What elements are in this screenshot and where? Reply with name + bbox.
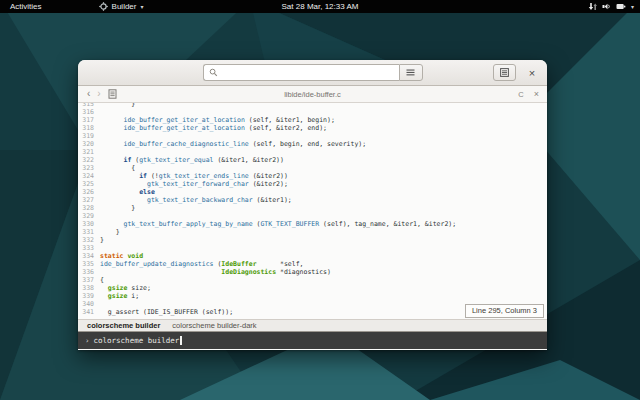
code-token: [100, 196, 147, 204]
search-menu-button[interactable]: [399, 64, 423, 81]
system-status-area[interactable]: ▾: [588, 0, 634, 13]
completion-item[interactable]: colorscheme builder: [81, 321, 166, 330]
line-number: 335: [78, 260, 94, 268]
header-bar: ×: [78, 60, 547, 86]
line-number: 325: [78, 180, 94, 188]
code-token: [100, 172, 139, 180]
hamburger-icon: [406, 69, 415, 76]
code-line[interactable]: 332}: [78, 236, 547, 244]
line-number: 322: [78, 156, 94, 164]
code-line[interactable]: 316: [78, 108, 547, 116]
line-number: 329: [78, 212, 94, 220]
code-area[interactable]: 315 }316317 ide_buffer_get_iter_at_locat…: [78, 103, 547, 316]
builder-app-icon: [99, 2, 108, 11]
line-number: 340: [78, 300, 94, 308]
line-number: 341: [78, 308, 94, 316]
code-line[interactable]: 330 gtk_text_buffer_apply_tag_by_name (G…: [78, 220, 547, 228]
line-number: 320: [78, 140, 94, 148]
forward-button[interactable]: ›: [97, 89, 100, 99]
code-token: IdeDiagnostics: [221, 268, 276, 276]
language-indicator[interactable]: C: [518, 90, 523, 99]
code-line[interactable]: 337{: [78, 276, 547, 284]
document-title: libide/ide-buffer.c: [78, 90, 547, 99]
code-line[interactable]: 338 gsize size;: [78, 284, 547, 292]
code-token: [100, 124, 123, 132]
code-line[interactable]: 325 gtk_text_iter_forward_char (&iter2);: [78, 180, 547, 188]
code-token: (!: [147, 172, 159, 180]
code-line[interactable]: 326 else: [78, 188, 547, 196]
open-pages-icon: [500, 68, 509, 77]
code-token: gtk_text_iter_equal: [139, 156, 213, 164]
code-token: size;: [127, 284, 150, 292]
code-line[interactable]: 318 ide_buffer_get_iter_at_location (sel…: [78, 124, 547, 132]
code-line[interactable]: 324 if (!gtk_text_iter_ends_line (&iter2…: [78, 172, 547, 180]
code-line[interactable]: 319: [78, 132, 547, 140]
line-number: 332: [78, 236, 94, 244]
code-line[interactable]: 329: [78, 212, 547, 220]
code-line[interactable]: 336 IdeDiagnostics *diagnostics): [78, 268, 547, 276]
code-token: *diagnostics): [276, 268, 331, 276]
code-token: ide_buffer_update_diagnostics: [100, 260, 214, 268]
code-token: (&iter1);: [253, 196, 292, 204]
code-token: }: [100, 236, 104, 244]
command-input-value: colorscheme builder: [94, 336, 180, 345]
code-token: }: [100, 103, 135, 108]
command-prompt: ›: [85, 336, 90, 345]
builder-window: × ‹ › libide/ide-buffer.c C ×: [78, 60, 547, 350]
code-token: IdeBuffer: [221, 260, 256, 268]
line-number: 316: [78, 108, 94, 116]
code-line[interactable]: 328 }: [78, 204, 547, 212]
line-number: 338: [78, 284, 94, 292]
line-number: 336: [78, 268, 94, 276]
code-line[interactable]: 321: [78, 148, 547, 156]
code-token: gsize: [108, 292, 128, 300]
chevron-down-icon: ▾: [631, 3, 634, 10]
line-number: 331: [78, 228, 94, 236]
code-token: [100, 188, 139, 196]
code-token: [100, 140, 123, 148]
code-line[interactable]: 339 gsize i;: [78, 292, 547, 300]
code-line[interactable]: 320 ide_buffer_cache_diagnostic_line (se…: [78, 140, 547, 148]
code-token: }: [100, 204, 135, 212]
code-line[interactable]: 333: [78, 244, 547, 252]
open-pages-button[interactable]: [493, 64, 516, 81]
code-line[interactable]: 323 {: [78, 164, 547, 172]
volume-icon: [602, 2, 611, 11]
code-line[interactable]: 322 if (gtk_text_iter_equal (&iter1, &it…: [78, 156, 547, 164]
completion-item[interactable]: colorscheme builder-dark: [166, 321, 262, 330]
code-line[interactable]: 334static void: [78, 252, 547, 260]
activities-button[interactable]: Activities: [7, 2, 45, 11]
command-completion-bar: colorscheme buildercolorscheme builder-d…: [78, 319, 547, 332]
back-button[interactable]: ‹: [87, 89, 90, 99]
line-number: 334: [78, 252, 94, 260]
line-number: 333: [78, 244, 94, 252]
code-token: [100, 156, 123, 164]
document-close-button[interactable]: ×: [534, 90, 539, 99]
line-number: 321: [78, 148, 94, 156]
document-list-icon[interactable]: [108, 89, 117, 99]
code-line[interactable]: 335ide_buffer_update_diagnostics (IdeBuf…: [78, 260, 547, 268]
code-line[interactable]: 327 gtk_text_iter_backward_char (&iter1)…: [78, 196, 547, 204]
text-cursor: [180, 336, 182, 345]
code-token: {: [100, 276, 104, 284]
app-menu-button[interactable]: Builder ▾: [99, 2, 144, 11]
code-token: (: [131, 156, 139, 164]
code-line[interactable]: 331 }: [78, 228, 547, 236]
code-token: gtk_text_iter_ends_line: [159, 172, 249, 180]
line-number: 339: [78, 292, 94, 300]
code-token: gtk_text_iter_backward_char: [147, 196, 253, 204]
code-token: {: [100, 164, 135, 172]
line-number: 337: [78, 276, 94, 284]
line-number: 330: [78, 220, 94, 228]
line-number: 327: [78, 196, 94, 204]
line-number: 323: [78, 164, 94, 172]
cursor-position-label: Line 295, Column 3: [465, 304, 544, 318]
source-editor[interactable]: 315 }316317 ide_buffer_get_iter_at_locat…: [78, 103, 547, 319]
code-token: void: [127, 252, 143, 260]
search-input[interactable]: [203, 64, 399, 81]
code-token: [100, 284, 108, 292]
command-bar[interactable]: › colorscheme builder: [78, 332, 547, 349]
code-token: ide_buffer_get_iter_at_location: [123, 116, 244, 124]
window-close-button[interactable]: ×: [525, 64, 539, 81]
code-line[interactable]: 317 ide_buffer_get_iter_at_location (sel…: [78, 116, 547, 124]
